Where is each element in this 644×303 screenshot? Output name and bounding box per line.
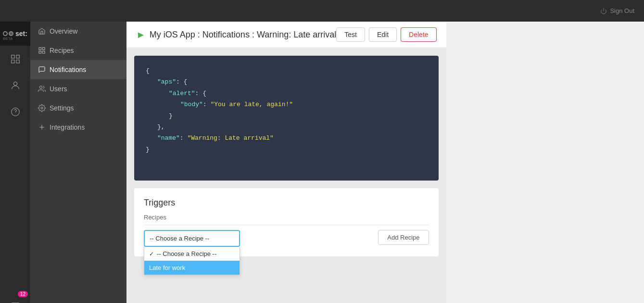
svg-rect-1 (11, 55, 14, 58)
svg-rect-11 (42, 51, 45, 53)
breadcrumb: My iOS App : Notifications : Warning: La… (150, 30, 337, 40)
chat-icon (10, 302, 21, 303)
triggers-title: Triggers (144, 198, 429, 208)
option-label-choose: -- Choose a Recipe -- (157, 250, 216, 257)
content-area: { "aps": { "alert": { "body": "You are l… (126, 48, 446, 303)
sidebar-label-notifications: Notifications (50, 66, 86, 73)
svg-point-13 (41, 107, 43, 109)
page-title: ► My iOS App : Notifications : Warning: … (136, 29, 336, 40)
svg-point-7 (15, 114, 15, 114)
delete-button[interactable]: Delete (401, 27, 436, 42)
dropdown-option-choose[interactable]: ✓ -- Choose a Recipe -- (144, 247, 240, 261)
sidebar-label-integrations: Integrations (50, 123, 85, 131)
grid-icon (38, 47, 46, 54)
chat-bubble-icon (38, 66, 46, 73)
recipe-select[interactable]: -- Choose a Recipe -- Late for work (144, 230, 240, 247)
dashboard-icon (10, 54, 21, 64)
sidebar-label-recipes: Recipes (50, 47, 74, 54)
page-header: ► My iOS App : Notifications : Warning: … (126, 22, 446, 48)
nav-bottom: 12 (0, 293, 30, 303)
recipes-label: Recipes (144, 214, 429, 225)
logo-beta: BETA (3, 36, 13, 41)
nav-rail: set: BETA 12 (0, 22, 30, 303)
triggers-section: Triggers Recipes -- Choose a Recipe -- L… (134, 188, 439, 256)
sidebar-item-notifications[interactable]: Notifications (30, 60, 126, 79)
triggers-row: -- Choose a Recipe -- Late for work ✓ --… (144, 230, 429, 247)
sidebar-item-settings[interactable]: Settings (30, 98, 126, 118)
dashboard-nav-icon[interactable] (0, 46, 30, 72)
logo-circle-right (9, 31, 13, 36)
header-actions: Test Edit Delete (336, 27, 436, 42)
logo: set: BETA (0, 22, 30, 46)
sidebar-item-recipes[interactable]: Recipes (30, 41, 126, 60)
sidebar-item-overview[interactable]: Overview (30, 22, 126, 41)
test-button[interactable]: Test (336, 27, 365, 42)
dropdown-menu: ✓ -- Choose a Recipe -- Late for work (144, 247, 240, 275)
user-icon (10, 80, 21, 91)
sidebar-label-overview: Overview (50, 27, 77, 35)
plus-icon (38, 123, 46, 131)
sign-out-button[interactable]: Sign Out (600, 7, 634, 14)
home-icon (38, 27, 46, 35)
sidebar-item-integrations[interactable]: Integrations (30, 118, 126, 137)
sign-out-label: Sign Out (610, 7, 634, 14)
power-icon (600, 8, 607, 14)
sidebar: Overview Recipes Notifications Users Set… (30, 22, 126, 303)
svg-rect-3 (11, 60, 14, 62)
recipe-dropdown-wrapper: -- Choose a Recipe -- Late for work ✓ --… (144, 230, 240, 247)
edit-button[interactable]: Edit (369, 27, 397, 42)
help-icon (10, 107, 21, 117)
sidebar-label-settings: Settings (50, 104, 74, 112)
logo-circle-left (3, 31, 8, 36)
logo-text: set: (15, 30, 27, 37)
help-nav-icon[interactable] (0, 98, 30, 125)
chevron-right-icon: ► (136, 29, 146, 40)
main-content: ► My iOS App : Notifications : Warning: … (126, 22, 446, 303)
svg-rect-9 (42, 48, 45, 50)
svg-rect-4 (16, 60, 19, 62)
svg-rect-10 (39, 51, 41, 53)
svg-point-5 (13, 82, 17, 85)
svg-rect-8 (39, 48, 41, 50)
svg-rect-2 (16, 55, 19, 58)
notification-badge: 12 (18, 291, 28, 297)
dropdown-option-late[interactable]: Late for work (144, 261, 240, 275)
chat-nav-icon[interactable]: 12 (0, 293, 30, 303)
option-label-late: Late for work (149, 264, 185, 271)
check-icon: ✓ (149, 251, 154, 257)
users-icon (38, 85, 46, 93)
settings-icon (38, 104, 46, 112)
user-nav-icon[interactable] (0, 72, 30, 98)
sidebar-label-users: Users (50, 85, 67, 93)
code-block: { "aps": { "alert": { "body": "You are l… (134, 56, 439, 181)
svg-point-12 (39, 86, 42, 88)
add-recipe-button[interactable]: Add Recipe (378, 230, 429, 245)
sidebar-item-users[interactable]: Users (30, 79, 126, 98)
